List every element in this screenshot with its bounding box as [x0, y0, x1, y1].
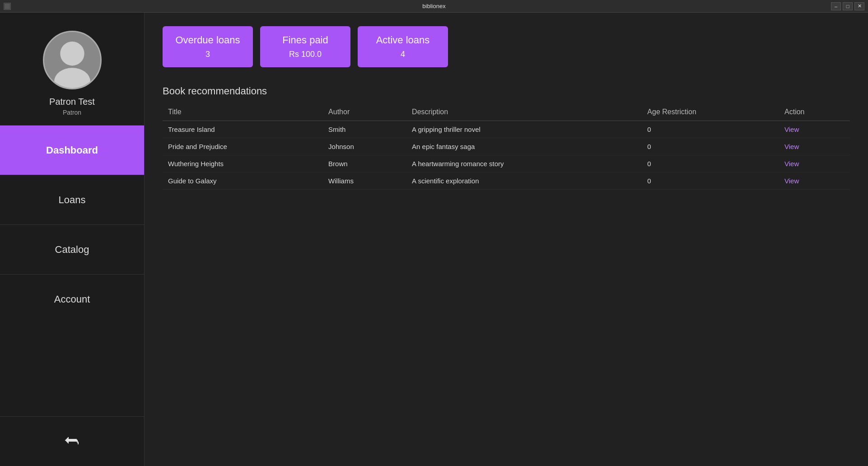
col-header-description: Description — [406, 103, 642, 121]
stat-value-fines: Rs 100.0 — [289, 50, 322, 59]
view-book-button[interactable]: View — [784, 160, 799, 168]
title-bar: biblionex – □ ✕ — [0, 0, 868, 13]
logout-icon: ⮪ — [65, 433, 79, 450]
book-title: Pride and Prejudice — [163, 138, 323, 155]
book-action-cell: View — [779, 121, 850, 138]
table-row: Treasure IslandSmithA gripping thriller … — [163, 121, 850, 138]
book-author: Johnson — [323, 138, 406, 155]
book-age-restriction: 0 — [642, 121, 779, 138]
close-button[interactable]: ✕ — [854, 2, 864, 10]
book-age-restriction: 0 — [642, 172, 779, 190]
stat-card-active: Active loans 4 — [358, 26, 448, 67]
table-header-row: Title Author Description Age Restriction… — [163, 103, 850, 121]
book-author: Brown — [323, 155, 406, 172]
view-book-button[interactable]: View — [784, 126, 799, 133]
main-content: Overdue loans 3 Fines paid Rs 100.0 Acti… — [145, 13, 868, 466]
restore-button[interactable]: □ — [843, 2, 853, 10]
sidebar: Patron Test Patron Dashboard Loans Catal… — [0, 13, 145, 466]
stat-value-overdue: 3 — [205, 50, 210, 59]
sidebar-item-loans[interactable]: Loans — [0, 175, 144, 224]
stat-card-overdue: Overdue loans 3 — [163, 26, 253, 67]
window-title: biblionex — [422, 3, 445, 9]
book-title: Guide to Galaxy — [163, 172, 323, 190]
table-row: Guide to GalaxyWilliamsA scientific expl… — [163, 172, 850, 190]
stat-card-fines: Fines paid Rs 100.0 — [260, 26, 350, 67]
col-header-age: Age Restriction — [642, 103, 779, 121]
sidebar-item-catalog[interactable]: Catalog — [0, 224, 144, 274]
logout-button[interactable]: ⮪ — [0, 416, 144, 466]
stat-label-overdue: Overdue loans — [175, 34, 240, 46]
minimize-button[interactable]: – — [831, 2, 841, 10]
book-description: An epic fantasy saga — [406, 138, 642, 155]
user-name: Patron Test — [49, 97, 95, 107]
table-row: Wuthering HeightsBrownA heartwarming rom… — [163, 155, 850, 172]
sidebar-item-dashboard[interactable]: Dashboard — [0, 125, 144, 175]
book-title: Treasure Island — [163, 121, 323, 138]
book-action-cell: View — [779, 138, 850, 155]
book-author: Smith — [323, 121, 406, 138]
table-row: Pride and PrejudiceJohnsonAn epic fantas… — [163, 138, 850, 155]
book-age-restriction: 0 — [642, 155, 779, 172]
user-role: Patron — [63, 109, 81, 116]
view-book-button[interactable]: View — [784, 177, 799, 185]
book-description: A gripping thriller novel — [406, 121, 642, 138]
window-icon — [4, 3, 11, 10]
book-author: Williams — [323, 172, 406, 190]
sidebar-item-account[interactable]: Account — [0, 274, 144, 324]
sidebar-profile: Patron Test Patron — [0, 13, 144, 125]
book-action-cell: View — [779, 155, 850, 172]
window-controls[interactable]: – □ ✕ — [831, 2, 864, 10]
stat-label-active: Active loans — [376, 34, 430, 46]
col-header-title: Title — [163, 103, 323, 121]
avatar — [43, 31, 102, 89]
book-age-restriction: 0 — [642, 138, 779, 155]
view-book-button[interactable]: View — [784, 143, 799, 150]
svg-point-2 — [60, 42, 84, 65]
book-table: Title Author Description Age Restriction… — [163, 103, 850, 190]
book-description: A scientific exploration — [406, 172, 642, 190]
book-action-cell: View — [779, 172, 850, 190]
svg-rect-0 — [5, 4, 10, 9]
col-header-action: Action — [779, 103, 850, 121]
section-title: Book recommendations — [163, 85, 850, 97]
stat-value-active: 4 — [401, 50, 405, 59]
stats-row: Overdue loans 3 Fines paid Rs 100.0 Acti… — [163, 26, 850, 67]
app-container: Patron Test Patron Dashboard Loans Catal… — [0, 13, 868, 466]
book-recommendations-section: Book recommendations Title Author Descri… — [163, 85, 850, 190]
col-header-author: Author — [323, 103, 406, 121]
book-title: Wuthering Heights — [163, 155, 323, 172]
book-description: A heartwarming romance story — [406, 155, 642, 172]
stat-label-fines: Fines paid — [282, 34, 328, 46]
